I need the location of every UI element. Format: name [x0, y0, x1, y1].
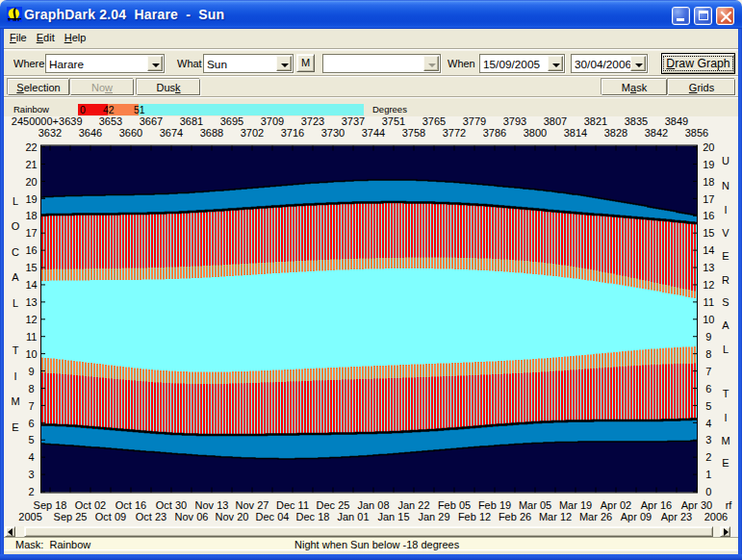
svg-text:Sep 18: Sep 18: [34, 499, 67, 511]
svg-text:19: 19: [703, 159, 714, 170]
svg-text:3674: 3674: [160, 127, 183, 139]
svg-text:Nov 13: Nov 13: [195, 499, 229, 511]
svg-text:M: M: [721, 435, 729, 446]
svg-text:3828: 3828: [604, 127, 627, 139]
svg-text:Apr 23: Apr 23: [661, 511, 692, 522]
svg-text:Jan 29: Jan 29: [418, 511, 449, 522]
svg-text:16: 16: [25, 244, 37, 256]
svg-text:5: 5: [705, 400, 711, 412]
svg-text:10: 10: [25, 348, 37, 360]
svg-text:S: S: [722, 296, 729, 308]
svg-text:3737: 3737: [342, 115, 365, 127]
svg-text:10: 10: [703, 314, 714, 325]
svg-text:3702: 3702: [241, 127, 264, 139]
svg-text:E: E: [12, 421, 18, 433]
svg-text:8: 8: [705, 348, 711, 360]
svg-text:Feb 05: Feb 05: [438, 499, 471, 511]
svg-text:3786: 3786: [483, 127, 506, 139]
svg-text:3646: 3646: [79, 127, 102, 139]
svg-text:L: L: [723, 344, 729, 355]
svg-text:3695: 3695: [220, 115, 243, 127]
svg-text:3758: 3758: [402, 127, 425, 139]
svg-text:21: 21: [25, 159, 37, 170]
svg-text:3751: 3751: [382, 115, 405, 127]
svg-text:3842: 3842: [645, 127, 668, 139]
svg-text:20: 20: [25, 176, 37, 188]
svg-text:A: A: [12, 271, 19, 283]
svg-text:3835: 3835: [625, 115, 648, 127]
svg-text:Dec 04: Dec 04: [256, 511, 290, 522]
svg-text:3772: 3772: [443, 127, 466, 139]
svg-text:Feb 12: Feb 12: [458, 511, 491, 522]
svg-text:3849: 3849: [665, 115, 688, 127]
svg-text:18: 18: [25, 210, 37, 221]
svg-text:6: 6: [705, 383, 711, 395]
svg-text:3807: 3807: [544, 115, 567, 127]
svg-text:Jan 15: Jan 15: [377, 511, 409, 522]
svg-text:3660: 3660: [119, 127, 142, 139]
svg-text:Sep 25: Sep 25: [54, 511, 88, 522]
svg-text:17: 17: [703, 193, 714, 205]
svg-text:Mar 05: Mar 05: [519, 499, 551, 511]
svg-text:3744: 3744: [362, 127, 385, 139]
svg-text:3814: 3814: [564, 127, 587, 139]
svg-text:U: U: [722, 155, 729, 166]
svg-text:Oct 30: Oct 30: [156, 499, 187, 511]
svg-text:3653: 3653: [99, 115, 122, 127]
svg-text:T: T: [723, 388, 729, 399]
svg-text:I: I: [13, 370, 16, 382]
svg-text:Oct 02: Oct 02: [75, 499, 106, 511]
svg-text:E: E: [722, 457, 729, 469]
svg-text:2450000+3639: 2450000+3639: [12, 115, 83, 127]
svg-text:Jan 01: Jan 01: [337, 511, 369, 522]
svg-text:14: 14: [25, 279, 37, 291]
svg-text:Mar 19: Mar 19: [559, 499, 592, 511]
svg-text:T: T: [13, 344, 19, 356]
svg-text:A: A: [722, 319, 729, 331]
svg-text:4: 4: [705, 418, 711, 429]
svg-text:8: 8: [29, 383, 35, 395]
svg-text:Dec 25: Dec 25: [317, 499, 350, 511]
svg-text:2: 2: [29, 486, 35, 497]
svg-text:3793: 3793: [503, 115, 526, 127]
svg-text:L: L: [13, 297, 18, 309]
svg-text:V: V: [722, 227, 729, 239]
svg-text:3856: 3856: [685, 127, 708, 139]
svg-text:11: 11: [26, 331, 37, 343]
svg-text:3681: 3681: [180, 115, 203, 127]
svg-text:C: C: [12, 246, 19, 258]
svg-text:3765: 3765: [422, 115, 446, 127]
svg-text:Apr 09: Apr 09: [621, 511, 652, 522]
svg-text:20: 20: [703, 141, 714, 153]
svg-text:2005: 2005: [18, 511, 41, 522]
svg-text:Mar 12: Mar 12: [539, 511, 572, 522]
svg-text:14: 14: [703, 244, 714, 256]
svg-text:13: 13: [25, 296, 37, 308]
svg-text:1: 1: [705, 469, 711, 480]
svg-text:6: 6: [29, 418, 35, 429]
svg-text:3632: 3632: [38, 127, 62, 139]
svg-text:R: R: [722, 274, 729, 286]
svg-text:Dec 18: Dec 18: [296, 511, 330, 522]
svg-text:3688: 3688: [200, 127, 223, 139]
svg-text:3: 3: [29, 469, 35, 480]
svg-text:E: E: [722, 250, 729, 262]
svg-text:2: 2: [705, 451, 711, 463]
svg-text:3: 3: [705, 434, 711, 445]
svg-text:I: I: [724, 204, 727, 216]
svg-text:11: 11: [704, 296, 714, 308]
svg-text:M: M: [11, 395, 19, 407]
svg-text:Apr 02: Apr 02: [601, 499, 631, 511]
svg-text:7: 7: [705, 366, 711, 377]
svg-text:Mar 26: Mar 26: [579, 511, 612, 522]
svg-text:rf: rf: [726, 499, 733, 511]
svg-text:Nov 27: Nov 27: [236, 499, 269, 511]
svg-text:3821: 3821: [584, 115, 607, 127]
svg-text:3730: 3730: [321, 127, 345, 139]
svg-text:Jan 22: Jan 22: [397, 499, 429, 511]
svg-text:22: 22: [25, 141, 37, 153]
svg-text:12: 12: [25, 314, 37, 325]
svg-text:N: N: [722, 180, 729, 191]
svg-text:Oct 23: Oct 23: [136, 511, 166, 522]
svg-text:15: 15: [703, 227, 714, 239]
